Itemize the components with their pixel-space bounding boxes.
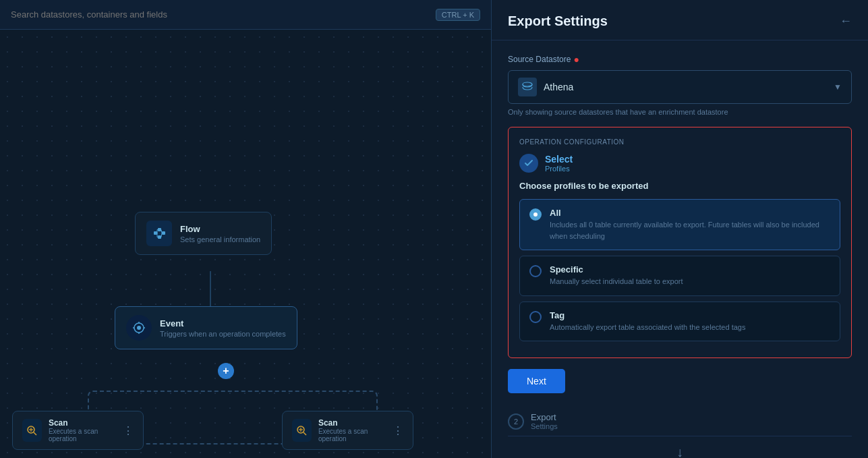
option-all-content: All Includes all 0 table currently avail… bbox=[550, 208, 830, 241]
radio-tag bbox=[529, 311, 542, 323]
option-all-desc: Includes all 0 table currently available… bbox=[550, 219, 830, 241]
right-panel: Export Settings ← Source Datastore ● Ath… bbox=[491, 0, 868, 458]
flow-subtitle: Sets general information bbox=[180, 235, 260, 244]
scan-node-left[interactable]: Scan Executes a scan operation ⋮ bbox=[12, 411, 144, 450]
datastore-hint: Only showing source datastores that have… bbox=[508, 108, 852, 116]
search-bar: CTRL + K bbox=[0, 0, 491, 30]
profiles-heading: Choose profiles to be exported bbox=[519, 181, 840, 191]
event-subtitle: Triggers when an operation completes bbox=[160, 330, 286, 338]
svg-rect-2 bbox=[158, 235, 161, 239]
datastore-icon bbox=[518, 78, 537, 96]
option-specific-content: Specific Manually select individual tabl… bbox=[550, 264, 683, 287]
panel-title: Export Settings bbox=[508, 13, 608, 29]
flow-canvas: Flow Sets general information Event T bbox=[0, 30, 491, 458]
scan-right-text: Scan Executes a scan operation bbox=[318, 418, 386, 442]
datastore-name: Athena bbox=[544, 82, 827, 92]
operation-config-box: Operation Configuration Select Profiles … bbox=[508, 127, 852, 358]
event-title: Event bbox=[160, 318, 286, 328]
scan-left-menu[interactable]: ⋮ bbox=[123, 424, 134, 437]
radio-all bbox=[529, 208, 542, 221]
step2-subtitle: Settings bbox=[531, 422, 558, 430]
add-node-button[interactable]: + bbox=[218, 363, 234, 379]
canvas-panel: CTRL + K Flo bbox=[0, 0, 491, 458]
option-tag[interactable]: Tag Automatically export table associate… bbox=[519, 302, 840, 342]
event-node[interactable]: Event Triggers when an operation complet… bbox=[115, 306, 297, 349]
step2-number: 2 bbox=[508, 413, 524, 430]
step2-row: 2 Export Settings bbox=[508, 407, 852, 436]
scan-left-text: Scan Executes a scan operation bbox=[49, 418, 116, 442]
option-tag-desc: Automatically export table associated wi… bbox=[550, 322, 745, 333]
scan-right-menu[interactable]: ⋮ bbox=[393, 424, 403, 437]
svg-line-18 bbox=[34, 432, 36, 435]
scan-left-icon bbox=[22, 419, 42, 442]
flow-title: Flow bbox=[180, 224, 260, 234]
step-info: Select Profiles bbox=[545, 154, 573, 173]
svg-rect-0 bbox=[154, 231, 157, 235]
source-datastore-label: Source Datastore ● bbox=[508, 54, 852, 65]
step-header: Select Profiles bbox=[519, 154, 840, 173]
step-title: Select bbox=[545, 154, 573, 165]
scan-right-icon bbox=[292, 419, 312, 442]
svg-rect-1 bbox=[158, 228, 161, 231]
option-specific[interactable]: Specific Manually select individual tabl… bbox=[519, 256, 840, 296]
flow-node[interactable]: Flow Sets general information bbox=[135, 212, 272, 255]
search-shortcut: CTRL + K bbox=[436, 9, 480, 21]
option-tag-content: Tag Automatically export table associate… bbox=[550, 310, 745, 333]
down-arrow-icon: ↓ bbox=[508, 445, 852, 458]
panel-body: Source Datastore ● Athena ▼ Only showing… bbox=[492, 40, 868, 458]
scan-node-right[interactable]: Scan Executes a scan operation ⋮ bbox=[282, 411, 413, 450]
option-all-title: All bbox=[550, 208, 830, 218]
back-button[interactable]: ← bbox=[840, 14, 852, 28]
flow-icon bbox=[146, 221, 172, 246]
option-tag-title: Tag bbox=[550, 310, 745, 320]
next-button[interactable]: Next bbox=[508, 369, 565, 393]
op-config-label: Operation Configuration bbox=[519, 138, 840, 146]
svg-point-25 bbox=[523, 82, 532, 86]
step-subtitle: Profiles bbox=[545, 165, 573, 173]
required-indicator: ● bbox=[573, 54, 579, 65]
event-node-text: Event Triggers when an operation complet… bbox=[160, 318, 286, 338]
radio-specific bbox=[529, 265, 542, 277]
chevron-down-icon: ▼ bbox=[834, 82, 842, 92]
flow-node-text: Flow Sets general information bbox=[180, 224, 260, 244]
option-all[interactable]: All Includes all 0 table currently avail… bbox=[519, 199, 840, 250]
event-icon bbox=[126, 315, 152, 341]
step-icon bbox=[519, 154, 538, 173]
option-specific-desc: Manually select individual table to expo… bbox=[550, 276, 683, 287]
svg-line-9 bbox=[161, 230, 162, 233]
svg-point-12 bbox=[137, 326, 141, 330]
datastore-select[interactable]: Athena ▼ bbox=[508, 70, 852, 104]
option-specific-title: Specific bbox=[550, 264, 683, 275]
svg-rect-3 bbox=[162, 231, 165, 235]
connector-line bbox=[210, 271, 211, 306]
search-input[interactable] bbox=[11, 9, 436, 20]
step2-title: Export bbox=[531, 412, 558, 422]
svg-line-10 bbox=[161, 233, 162, 237]
step2-text: Export Settings bbox=[531, 412, 558, 430]
panel-header: Export Settings ← bbox=[492, 0, 868, 40]
svg-line-22 bbox=[303, 432, 306, 435]
